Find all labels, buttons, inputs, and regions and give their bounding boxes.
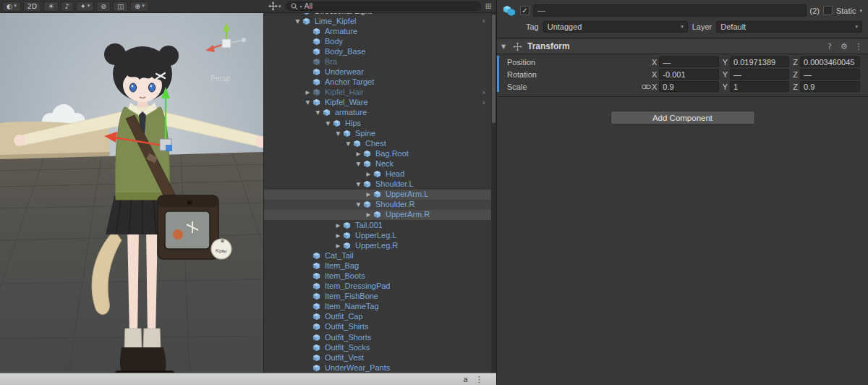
- hierarchy-item-tail-001[interactable]: ▶Tail.001: [264, 220, 491, 230]
- collapse-arrow-icon[interactable]: ▶: [303, 89, 312, 96]
- view-gizmo-gray-cone[interactable]: [242, 38, 246, 42]
- rotation-y-field[interactable]: —: [730, 69, 789, 80]
- scene-audio-button[interactable]: ♪: [61, 1, 74, 12]
- hierarchy-item-armature[interactable]: ▼armature: [264, 108, 491, 118]
- scale-z-field[interactable]: 0.9: [800, 81, 860, 92]
- hierarchy-item-item-bag[interactable]: Item_Bag: [264, 261, 491, 271]
- hierarchy-item-spine[interactable]: ▼Spine: [264, 128, 491, 138]
- statusbar-icon-1[interactable]: ⋮: [475, 376, 483, 384]
- search-filter-caret-icon[interactable]: ▾: [300, 4, 302, 9]
- hierarchy-item-kipfel-hair[interactable]: ▶Kipfel_Hair›: [264, 88, 491, 98]
- perspective-mode-label[interactable]: Persp: [210, 75, 231, 82]
- position-y-field[interactable]: 0.01971389: [730, 56, 789, 67]
- tag-dropdown[interactable]: Untagged ▾: [543, 21, 688, 33]
- collapse-arrow-icon[interactable]: ▶: [364, 211, 373, 218]
- expand-arrow-icon[interactable]: ▼: [354, 181, 363, 187]
- hierarchy-item-cat-tail[interactable]: Cat_Tail: [264, 250, 491, 261]
- hierarchy-item-neck[interactable]: ▼Neck: [264, 158, 491, 169]
- hierarchy-item-chest[interactable]: ▼Chest: [264, 138, 491, 148]
- scene-visibility-button[interactable]: ⊘: [96, 1, 111, 12]
- prefab-open-arrow-icon[interactable]: ›: [482, 16, 485, 26]
- collapse-arrow-icon[interactable]: ▶: [364, 171, 373, 177]
- property-label[interactable]: Rotation: [507, 70, 640, 79]
- object-name-field[interactable]: —: [533, 4, 807, 17]
- hierarchy-item-outfit-socks[interactable]: Outfit_Socks: [264, 342, 491, 352]
- transform-component-header[interactable]: ▼ Transform ? ⚙ ⋮: [497, 38, 868, 54]
- expand-arrow-icon[interactable]: ▼: [323, 120, 333, 127]
- 2d-toggle-button[interactable]: 2D: [23, 1, 41, 12]
- hierarchy-item-armature[interactable]: Armature: [264, 26, 491, 36]
- shading-mode-button[interactable]: ◐▾: [2, 1, 21, 12]
- scene-view[interactable]: Kipfel: [0, 13, 264, 373]
- collapse-arrow-icon[interactable]: ▶: [333, 222, 343, 229]
- expand-arrow-icon[interactable]: ▼: [313, 109, 323, 116]
- add-component-button[interactable]: Add Component: [610, 111, 755, 124]
- scale-link-icon[interactable]: [640, 83, 652, 90]
- hierarchy-item-underwear-pants[interactable]: UnderWear_Pants: [264, 363, 491, 373]
- layer-dropdown[interactable]: Default ▾: [716, 21, 862, 33]
- rotation-x-field[interactable]: -0.001: [659, 69, 718, 80]
- hierarchy-item-lime-kipfel[interactable]: ▼Lime_Kipfel›: [264, 16, 491, 26]
- hierarchy-item-shoulder-r[interactable]: ▼Shoulder.R: [264, 200, 491, 210]
- prefab-open-arrow-icon[interactable]: ›: [482, 88, 485, 98]
- hierarchy-item-outfit-cap[interactable]: Outfit_Cap: [264, 312, 491, 322]
- hierarchy-item-body[interactable]: Body: [264, 36, 491, 46]
- position-x-field[interactable]: —: [659, 56, 718, 67]
- scale-x-field[interactable]: 0.9: [659, 81, 718, 92]
- hierarchy-item-item-nametag[interactable]: Item_NameTag: [264, 302, 491, 312]
- hierarchy-item-outfit-shorts[interactable]: Outfit_Shorts: [264, 332, 491, 342]
- hierarchy-item-item-boots[interactable]: Item_Boots: [264, 271, 491, 281]
- static-checkbox[interactable]: [823, 6, 833, 15]
- collapse-arrow-icon[interactable]: ▶: [354, 151, 363, 157]
- collapse-arrow-icon[interactable]: ▶: [364, 191, 373, 198]
- foldout-arrow-icon[interactable]: ▼: [501, 43, 509, 50]
- collapse-arrow-icon[interactable]: ▶: [333, 242, 343, 249]
- hierarchy-item-item-fishbone[interactable]: Item_FishBone: [264, 292, 491, 302]
- property-label[interactable]: Position: [507, 58, 640, 67]
- property-label[interactable]: Scale: [507, 82, 640, 91]
- hierarchy-item-head[interactable]: ▶Head: [264, 169, 491, 179]
- camera-settings-button[interactable]: ◫: [113, 1, 128, 12]
- hierarchy-item-item-dressingpad[interactable]: Item_DressingPad: [264, 282, 491, 292]
- hierarchy-item-bag-root[interactable]: ▶Bag.Root: [264, 148, 491, 158]
- view-gizmo-center-cube[interactable]: [222, 39, 231, 48]
- hierarchy-search-input[interactable]: ▾ All: [286, 1, 481, 11]
- hierarchy-scrollbar[interactable]: [491, 13, 496, 373]
- expand-arrow-icon[interactable]: ▼: [354, 161, 363, 167]
- hierarchy-item-hips[interactable]: ▼Hips: [264, 118, 491, 128]
- presets-icon[interactable]: ⚙: [839, 42, 849, 51]
- hierarchy-item-body-base[interactable]: Body_Base: [264, 46, 491, 56]
- gizmos-button[interactable]: ⊕▾: [130, 1, 148, 12]
- scrollbar-thumb[interactable]: [492, 14, 495, 123]
- gizmo-z-handle[interactable]: [166, 145, 172, 151]
- kebab-menu-icon[interactable]: ⋮: [854, 42, 864, 51]
- hierarchy-item-shoulder-l[interactable]: ▼Shoulder.L: [264, 179, 491, 190]
- rotation-z-field[interactable]: —: [800, 69, 860, 80]
- expand-arrow-icon[interactable]: ▼: [293, 18, 302, 25]
- expand-arrow-icon[interactable]: ▼: [344, 140, 353, 147]
- create-object-button[interactable]: ▾: [268, 1, 281, 11]
- prefab-open-arrow-icon[interactable]: ›: [482, 98, 485, 108]
- statusbar-icon-0[interactable]: a: [463, 376, 468, 384]
- hierarchy-item-outfit-vest[interactable]: Outfit_Vest: [264, 352, 491, 363]
- hierarchy-item-outfit-shirts[interactable]: Outfit_Shirts: [264, 322, 491, 332]
- collapse-arrow-icon[interactable]: ▶: [333, 232, 343, 239]
- effects-button[interactable]: ✦▾: [76, 1, 94, 12]
- hierarchy-item-upperarm-r[interactable]: ▶UpperArm.R: [264, 210, 491, 220]
- expand-arrow-icon[interactable]: ▼: [333, 130, 343, 137]
- window-options-icon[interactable]: ⊞: [485, 1, 492, 11]
- expand-arrow-icon[interactable]: ▼: [354, 201, 363, 208]
- hierarchy-item-upperleg-r[interactable]: ▶UpperLeg.R: [264, 240, 491, 250]
- position-z-field[interactable]: 0.0003460045: [800, 56, 860, 67]
- hierarchy-item-underwear[interactable]: Underwear: [264, 67, 491, 77]
- hierarchy-item-anchor-target[interactable]: Anchor Target: [264, 77, 491, 88]
- static-dropdown-icon[interactable]: ▾: [859, 8, 862, 14]
- active-checkbox[interactable]: ✓: [520, 6, 529, 15]
- hierarchy-item-bra[interactable]: Bra: [264, 56, 491, 67]
- hierarchy-item-upperleg-l[interactable]: ▶UpperLeg.L: [264, 230, 491, 240]
- hierarchy-item-kipfel-ware[interactable]: ▼Kipfel_Ware›: [264, 98, 491, 108]
- help-icon[interactable]: ?: [825, 42, 835, 51]
- scale-y-field[interactable]: 1: [730, 81, 789, 92]
- hierarchy-item-upperarm-l[interactable]: ▶UpperArm.L: [264, 190, 491, 200]
- scene-lighting-button[interactable]: ☀: [43, 1, 59, 12]
